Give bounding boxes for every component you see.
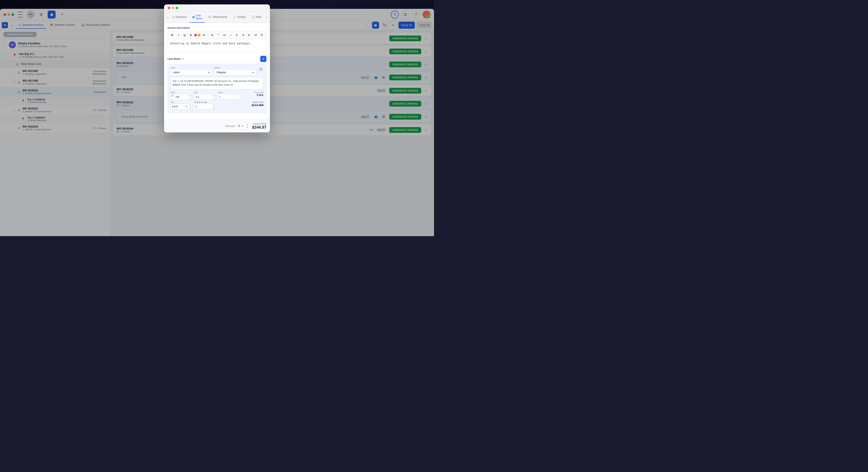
trip-nte-label: Trip 1 NTE: [242, 91, 264, 94]
trip-field: Trip # 1: [218, 91, 240, 100]
line-items-icon: ▦: [192, 16, 195, 19]
modal: ‹ ≡ Summary ▦ Line Items 📎 Attachments ⚡…: [164, 4, 270, 132]
qty-value: 1.5: [194, 94, 212, 99]
color-dot-amber[interactable]: [198, 34, 200, 36]
people-label: People on Site: [194, 101, 216, 103]
trip-value: 1: [218, 94, 240, 99]
price-label: Price: [170, 91, 192, 94]
sales-price-field: Sales Price $244.969: [242, 101, 264, 110]
underline-button[interactable]: U: [182, 32, 187, 38]
invoice-total-value: $244.97: [252, 125, 267, 130]
people-up[interactable]: ▲: [212, 104, 216, 107]
qty-up[interactable]: ▲: [212, 94, 216, 97]
modal-tabs: ‹ ≡ Summary ▦ Line Items 📎 Attachments ⚡…: [164, 12, 270, 23]
people-value: 1: [194, 104, 212, 109]
invoice-total-box: Invoice Total $244.97: [252, 122, 267, 130]
price-spinners: ▲ ▼: [189, 94, 192, 99]
modal-next-arrow[interactable]: ›: [265, 14, 268, 20]
type-label: Type*: [170, 67, 213, 69]
line-item-top: Type* Labor ∨ Name* Regular ∨: [170, 67, 264, 76]
tax-up[interactable]: ▲: [189, 104, 192, 107]
name-chevron-icon: ∨: [252, 71, 254, 74]
add-line-item-button[interactable]: +: [260, 56, 267, 62]
tab-line-items[interactable]: ▦ Line Items: [190, 12, 205, 23]
price-up[interactable]: ▲: [189, 94, 192, 97]
discount-label: Discount: [225, 125, 235, 127]
tab-activity[interactable]: ⚡ Activity: [230, 13, 248, 21]
qty-down[interactable]: ▼: [212, 97, 216, 99]
footer-row: Discount 0 % ▲ ▼ Invoice Total $244.97: [167, 122, 267, 130]
tax-field: Tax 8.875 % ▲ ▼: [170, 101, 192, 110]
discount-percent: %: [241, 125, 245, 127]
tax-input[interactable]: 8.875 % ▲ ▼: [170, 104, 192, 110]
description-textarea[interactable]: Shoveling at Dekalb Bagels front and bac…: [167, 39, 267, 52]
people-spinners: ▲ ▼: [212, 104, 216, 109]
modal-overlay[interactable]: ‹ ≡ Summary ▦ Line Items 📎 Attachments ⚡…: [0, 0, 434, 236]
modal-titlebar: [164, 4, 270, 12]
close-line-item[interactable]: ✕: [258, 67, 264, 72]
modal-close[interactable]: [167, 7, 170, 9]
redo-button[interactable]: ↻: [259, 32, 265, 38]
invoice-total-label: Invoice Total: [252, 122, 267, 125]
qty-label: Qty: [194, 91, 216, 94]
name-label: Name*: [214, 67, 256, 69]
tax-down[interactable]: ▼: [189, 107, 192, 109]
line-item-card: Type* Labor ∨ Name* Regular ∨: [167, 64, 267, 114]
modal-footer: Discount 0 % ▲ ▼ Invoice Total $244.97: [164, 119, 270, 132]
quote-button[interactable]: ": [216, 32, 221, 38]
modal-prev-arrow[interactable]: ‹: [166, 14, 169, 20]
tax-label: Tax: [170, 101, 192, 103]
type-select-field: Type* Labor ∨: [170, 67, 213, 76]
discount-field: Discount 0 % ▲ ▼: [225, 122, 249, 130]
attachments-icon: 📎: [208, 16, 211, 19]
color-dot-red[interactable]: [194, 34, 197, 36]
discount-up[interactable]: ▲: [245, 123, 249, 126]
line-item-description: Trip: 1, 01:12 PM 02/28/2024, SNOW, UC S…: [170, 77, 264, 90]
type-select[interactable]: Labor ∨: [170, 69, 213, 76]
line-items-label: Line Items: [167, 57, 181, 60]
trip-nte-field: Trip 1 NTE $ N/A: [242, 91, 264, 100]
tax-value: 8.875: [171, 104, 185, 109]
code-button[interactable]: </>: [222, 32, 227, 38]
italic-button[interactable]: I: [176, 32, 181, 38]
type-chevron-icon: ∨: [208, 71, 210, 74]
modal-content: Invoice Description B I U S ✏ Tx " </> •…: [164, 23, 270, 119]
price-input[interactable]: $ 150 ▲ ▼: [170, 94, 192, 100]
bold-button[interactable]: B: [169, 32, 175, 38]
undo-button[interactable]: ↺: [253, 32, 258, 38]
sales-price-label: Sales Price: [242, 101, 264, 104]
people-down[interactable]: ▼: [212, 107, 216, 109]
tx-button[interactable]: Tx: [210, 32, 215, 38]
tax-spinners: ▲ ▼: [189, 104, 192, 109]
pencil-button[interactable]: ✏: [202, 32, 207, 38]
price-down[interactable]: ▼: [189, 97, 192, 99]
tab-summary[interactable]: ≡ Summary: [170, 13, 189, 21]
invoice-desc-label: Invoice Description: [167, 27, 267, 29]
numbered-button[interactable]: 1.: [234, 32, 240, 38]
trip-nte-value: $ N/A: [242, 94, 264, 97]
sales-price-value: $244.969: [242, 104, 264, 107]
price-value: 150: [174, 94, 188, 99]
qty-spinners: ▲ ▼: [212, 94, 216, 99]
name-select[interactable]: Regular ∨: [214, 69, 256, 76]
summary-icon: ≡: [173, 16, 174, 19]
line-item-fields-row1: Price $ 150 ▲ ▼ Qty: [170, 91, 264, 100]
tab-note[interactable]: 📝 Note: [249, 13, 264, 21]
modal-minimize[interactable]: [172, 7, 174, 9]
bullet-button[interactable]: •: [228, 32, 233, 38]
name-select-field: Name* Regular ∨: [214, 67, 256, 76]
indent-button[interactable]: ⇥: [240, 32, 246, 38]
trip-label: Trip #: [218, 91, 240, 94]
modal-maximize[interactable]: [176, 7, 178, 9]
line-items-count: 1: [182, 57, 184, 60]
price-prefix: $: [171, 94, 174, 97]
discount-down[interactable]: ▼: [245, 126, 249, 129]
people-input[interactable]: 1 ▲ ▼: [194, 104, 216, 110]
tax-percent-suffix: %: [185, 105, 189, 108]
discount-input[interactable]: 0 % ▲ ▼: [236, 122, 249, 130]
empty-cell: [218, 101, 240, 110]
qty-input[interactable]: 1.5 ▲ ▼: [194, 94, 216, 100]
outdent-button[interactable]: ⇤: [247, 32, 252, 38]
tab-attachments[interactable]: 📎 Attachments: [205, 13, 230, 21]
strikethrough-button[interactable]: S: [188, 32, 193, 38]
